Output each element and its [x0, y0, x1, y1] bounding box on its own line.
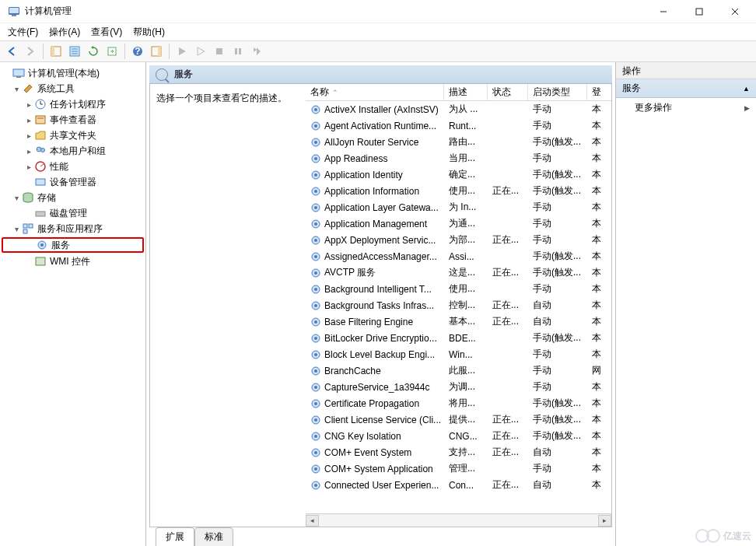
- service-row[interactable]: ActiveX Installer (AxInstSV)为从 ...手动本: [306, 101, 611, 117]
- tree-system-tools[interactable]: ▾ 系统工具: [2, 81, 144, 96]
- help-button[interactable]: ?: [129, 43, 146, 60]
- tree-root[interactable]: 计算机管理(本地): [2, 65, 144, 81]
- tree-disk-management[interactable]: 磁盘管理: [2, 205, 144, 221]
- menu-view[interactable]: 查看(V): [86, 24, 127, 40]
- service-row[interactable]: CNG Key IsolationCNG...正在...手动(触发...本: [306, 428, 611, 444]
- svg-rect-36: [29, 224, 33, 228]
- close-button[interactable]: [717, 0, 753, 23]
- nav-tree[interactable]: 计算机管理(本地) ▾ 系统工具 ▸ 任务计划程序 ▸ 事件查看器 ▸ 共享文件…: [0, 62, 146, 546]
- menu-help[interactable]: 帮助(H): [128, 24, 170, 40]
- chevron-down-icon[interactable]: ▾: [11, 194, 22, 202]
- service-rows[interactable]: ActiveX Installer (AxInstSV)为从 ...手动本Age…: [306, 101, 611, 513]
- col-logon[interactable]: 登: [587, 84, 601, 100]
- menu-file[interactable]: 文件(F): [3, 24, 43, 40]
- back-button[interactable]: [3, 43, 20, 60]
- chevron-right-icon[interactable]: ▸: [23, 163, 34, 171]
- tree-device-manager[interactable]: 设备管理器: [2, 174, 144, 190]
- service-row[interactable]: AppX Deployment Servic...为部...正在...手动本: [306, 232, 611, 248]
- chevron-down-icon[interactable]: ▾: [11, 225, 22, 233]
- svg-rect-22: [16, 76, 21, 78]
- svg-point-42: [314, 108, 317, 111]
- svg-rect-34: [36, 212, 45, 216]
- service-row[interactable]: AVCTP 服务这是...正在...手动(触发...本: [306, 264, 611, 281]
- service-row[interactable]: Connected User Experien...Con...正在...自动本: [306, 477, 611, 493]
- chevron-right-icon[interactable]: ▸: [23, 147, 34, 156]
- tree-performance[interactable]: ▸ 性能: [2, 159, 144, 174]
- tree-local-users[interactable]: ▸ 本地用户和组: [2, 143, 144, 159]
- tree-storage[interactable]: ▾ 存储: [2, 190, 144, 205]
- scroll-left-button[interactable]: ◂: [306, 515, 319, 527]
- action-pane-button[interactable]: [148, 43, 165, 60]
- svg-point-80: [314, 418, 317, 422]
- tree-label: 服务: [51, 239, 70, 252]
- export-button[interactable]: [103, 43, 121, 60]
- tree-label: WMI 控件: [50, 255, 90, 268]
- service-row[interactable]: CaptureService_1a3944c为调...手动本: [306, 379, 611, 395]
- main-area: 计算机管理(本地) ▾ 系统工具 ▸ 任务计划程序 ▸ 事件查看器 ▸ 共享文件…: [0, 62, 756, 546]
- tree-task-scheduler[interactable]: ▸ 任务计划程序: [2, 96, 144, 112]
- scroll-right-button[interactable]: ▸: [598, 515, 611, 527]
- tree-services-apps[interactable]: ▾ 服务和应用程序: [2, 221, 144, 236]
- svg-point-86: [314, 467, 317, 471]
- chevron-right-icon[interactable]: ▸: [23, 100, 34, 109]
- service-row[interactable]: Application Identity确定...手动(触发...本: [306, 166, 611, 183]
- disk-icon: [34, 207, 47, 219]
- chevron-down-icon[interactable]: ▾: [11, 85, 22, 93]
- service-row[interactable]: Background Tasks Infras...控制...正在...自动本: [306, 297, 611, 313]
- service-row[interactable]: AssignedAccessManager...Assi...手动(触发...本: [306, 248, 611, 264]
- service-row[interactable]: Block Level Backup Engi...Win...手动本: [306, 346, 611, 362]
- service-row[interactable]: Certificate Propagation将用...手动(触发...本: [306, 395, 611, 411]
- minimize-button[interactable]: [646, 0, 681, 23]
- gear-icon: [36, 239, 48, 251]
- service-row[interactable]: Application Layer Gatewa...为 In...手动本: [306, 199, 611, 215]
- service-row[interactable]: Agent Activation Runtime...Runt...手动本: [306, 117, 611, 134]
- service-row[interactable]: COM+ Event System支持...正在...自动本: [306, 444, 611, 460]
- tree-label: 性能: [50, 160, 68, 173]
- service-row[interactable]: Application Information使用...正在...手动(触发..…: [306, 183, 611, 199]
- scroll-track[interactable]: [319, 515, 598, 527]
- horizontal-scrollbar[interactable]: ◂ ▸: [306, 513, 611, 527]
- service-row[interactable]: Client License Service (Cli...提供...正在...…: [306, 411, 611, 428]
- tree-event-viewer[interactable]: ▸ 事件查看器: [2, 112, 144, 128]
- menu-action[interactable]: 操作(A): [44, 24, 85, 40]
- service-row[interactable]: Base Filtering Engine基本...正在...自动本: [306, 313, 611, 330]
- service-row[interactable]: Application Management为通...手动本: [306, 215, 611, 232]
- restart-button[interactable]: [248, 43, 265, 60]
- stop-button[interactable]: [211, 43, 228, 60]
- storage-icon: [22, 191, 34, 204]
- services-header: 服务: [149, 65, 612, 84]
- actions-more[interactable]: 更多操作 ▶: [616, 98, 756, 117]
- pause-button[interactable]: [229, 43, 247, 60]
- properties-button[interactable]: [66, 43, 83, 60]
- svg-rect-40: [36, 257, 45, 265]
- play-button[interactable]: [192, 43, 209, 60]
- col-desc[interactable]: 描述: [444, 84, 488, 100]
- start-service-button[interactable]: [173, 43, 191, 60]
- chevron-right-icon[interactable]: ▸: [23, 131, 34, 140]
- tree-services[interactable]: 服务: [2, 237, 144, 253]
- refresh-button[interactable]: [85, 43, 102, 60]
- service-row[interactable]: AllJoyn Router Service路由...手动(触发...本: [306, 134, 611, 150]
- service-row[interactable]: BranchCache此服...手动网: [306, 362, 611, 379]
- tree-shared-folders[interactable]: ▸ 共享文件夹: [2, 128, 144, 143]
- col-state[interactable]: 状态: [488, 84, 528, 100]
- service-row[interactable]: App Readiness当用...手动本: [306, 150, 611, 166]
- forward-button[interactable]: [22, 43, 39, 60]
- col-name[interactable]: 名称⌃: [306, 84, 444, 100]
- service-row[interactable]: COM+ System Application管理...手动本: [306, 460, 611, 477]
- col-start[interactable]: 启动类型: [528, 84, 587, 100]
- tree-label: 共享文件夹: [50, 129, 96, 142]
- svg-rect-1: [9, 8, 19, 13]
- show-hide-tree-button[interactable]: [47, 43, 65, 60]
- tab-standard[interactable]: 标准: [194, 527, 233, 546]
- tree-wmi[interactable]: WMI 控件: [2, 254, 144, 269]
- actions-section[interactable]: 服务 ▲: [616, 79, 756, 98]
- tab-extended[interactable]: 扩展: [156, 527, 194, 546]
- service-row[interactable]: BitLocker Drive Encryptio...BDE...手动(触发.…: [306, 330, 611, 346]
- service-row[interactable]: Background Intelligent T...使用...手动本: [306, 281, 611, 297]
- chevron-right-icon[interactable]: ▸: [23, 116, 34, 124]
- users-icon: [34, 145, 47, 157]
- maximize-button[interactable]: [681, 0, 717, 23]
- svg-point-68: [314, 320, 317, 324]
- svg-point-88: [314, 484, 317, 487]
